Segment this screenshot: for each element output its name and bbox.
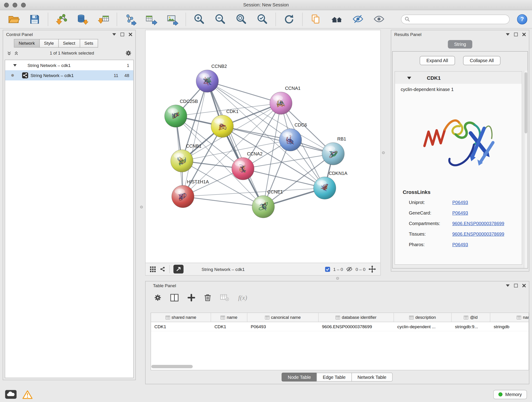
export-network-button[interactable] (121, 12, 139, 27)
collapse-all-button[interactable]: Collapse All (463, 56, 500, 65)
network-node[interactable] (279, 128, 302, 151)
grid-view-icon[interactable] (150, 266, 156, 272)
crosslink-link[interactable]: 9606.ENSP00000378699 (452, 231, 504, 236)
close-window-button[interactable] (4, 3, 9, 7)
close-panel-icon[interactable] (522, 283, 526, 287)
collapse-all-icon[interactable] (7, 51, 11, 55)
export-image-button[interactable] (164, 12, 181, 27)
tab-network-table[interactable]: Network Table (351, 373, 393, 382)
tab-network[interactable]: Network (14, 39, 40, 47)
network-node[interactable] (196, 70, 219, 92)
warning-icon[interactable] (22, 390, 32, 399)
close-panel-icon[interactable] (522, 32, 526, 36)
detach-view-button[interactable] (173, 265, 184, 274)
column-header[interactable]: @id (452, 313, 490, 322)
close-panel-icon[interactable] (128, 32, 132, 36)
network-node[interactable] (211, 115, 234, 138)
network-collection-row[interactable]: String Network – cdk1 1 (5, 60, 133, 70)
save-session-button[interactable] (26, 12, 44, 27)
help-button[interactable]: ? (517, 14, 527, 24)
tab-sets[interactable]: Sets (80, 39, 98, 47)
splitter-handle[interactable] (336, 277, 339, 280)
pan-crosshair-icon[interactable] (368, 265, 376, 273)
network-node[interactable] (171, 150, 193, 172)
memory-button[interactable]: Memory (494, 390, 527, 399)
string-results-tab[interactable]: String (448, 40, 472, 49)
zoom-out-button[interactable] (211, 12, 229, 27)
network-row[interactable]: String Network – cdk1 11 48 (5, 70, 133, 80)
birds-eye-toggle-icon[interactable] (159, 266, 166, 272)
network-edge[interactable] (207, 81, 263, 207)
create-column-icon[interactable] (188, 294, 195, 301)
network-view-toolbar: String Network – cdk1 1 – 0 0 – 0 (146, 263, 380, 275)
duplicate-network-button[interactable] (307, 12, 325, 27)
splitter-handle[interactable] (382, 151, 385, 154)
float-panel-icon[interactable] (120, 32, 124, 36)
crosslink-link[interactable]: 9606.ENSP00000378699 (452, 221, 504, 226)
cloud-status-icon[interactable] (5, 390, 17, 399)
float-panel-icon[interactable] (514, 283, 518, 287)
table-options-gear-icon[interactable] (154, 294, 161, 301)
expand-all-icon[interactable] (14, 51, 18, 55)
apply-layout-button[interactable] (280, 12, 298, 27)
network-edge[interactable] (183, 196, 263, 206)
minimize-window-button[interactable] (13, 3, 17, 7)
delete-column-icon[interactable] (204, 294, 211, 301)
results-scrollbar[interactable] (524, 70, 527, 268)
network-edge[interactable] (207, 81, 281, 103)
collection-caret-icon[interactable] (13, 64, 17, 66)
expand-all-button[interactable]: Expand All (420, 56, 455, 65)
table-horizontal-scrollbar[interactable] (151, 365, 193, 368)
scrollbar-thumb[interactable] (525, 72, 527, 133)
network-node[interactable] (270, 92, 292, 114)
search-input[interactable] (412, 17, 506, 22)
table-row[interactable]: CDK1 CDK1 P06493 9606.ENSP00000378699 cy… (151, 322, 529, 331)
show-columns-icon[interactable] (170, 294, 178, 301)
panel-menu-icon[interactable] (506, 33, 510, 36)
import-network-file-button[interactable] (53, 12, 70, 27)
tab-node-table[interactable]: Node Table (282, 373, 317, 382)
import-network-database-button[interactable] (74, 12, 91, 27)
panel-menu-icon[interactable] (112, 33, 116, 36)
function-builder-button[interactable]: f(x) (238, 294, 247, 301)
crosslink-link[interactable]: P06493 (452, 211, 468, 216)
network-node[interactable] (232, 157, 254, 180)
home-button[interactable] (328, 12, 346, 27)
zoom-window-button[interactable] (21, 3, 26, 7)
network-edge[interactable] (243, 169, 325, 188)
column-header[interactable]: description (394, 313, 452, 322)
open-session-button[interactable] (5, 12, 22, 27)
column-header[interactable]: database identifier (319, 313, 394, 322)
network-node[interactable] (313, 177, 336, 199)
zoom-selected-button[interactable] (253, 12, 271, 27)
splitter-handle[interactable] (140, 206, 143, 208)
delete-table-icon[interactable] (220, 294, 229, 301)
column-header[interactable]: namespace (490, 313, 529, 322)
tab-edge-table[interactable]: Edge Table (317, 373, 352, 382)
network-node[interactable] (322, 143, 344, 165)
zoom-fit-button[interactable] (232, 12, 250, 27)
hide-details-button[interactable] (349, 12, 367, 27)
tab-style[interactable]: Style (39, 39, 58, 47)
zoom-in-button[interactable] (190, 12, 208, 27)
gene-section-header[interactable]: CDK1 (395, 71, 522, 84)
network-node[interactable] (165, 105, 187, 128)
import-table-button[interactable] (95, 12, 112, 27)
float-panel-icon[interactable] (514, 32, 518, 36)
selected-checkbox-icon[interactable] (325, 267, 330, 272)
export-table-button[interactable] (143, 12, 160, 27)
hidden-eye-slash-icon[interactable] (346, 266, 353, 272)
column-header[interactable]: name (211, 313, 247, 322)
panel-menu-icon[interactable] (506, 284, 510, 287)
network-canvas[interactable]: CCNB2CCNA1CDC25BCDK1CDC6RB1CCNB1CCNA2CDK… (146, 30, 380, 263)
column-header[interactable]: canonical name (247, 313, 319, 322)
network-node[interactable] (252, 196, 274, 218)
network-node[interactable] (172, 185, 194, 208)
crosslink-link[interactable]: P06493 (452, 200, 468, 205)
section-caret-icon[interactable] (407, 76, 411, 79)
crosslink-link[interactable]: P06493 (452, 242, 468, 247)
column-header[interactable]: shared name (151, 313, 211, 322)
show-details-button[interactable] (370, 12, 388, 27)
network-options-gear-icon[interactable] (126, 50, 131, 56)
tab-select[interactable]: Select (58, 39, 80, 47)
